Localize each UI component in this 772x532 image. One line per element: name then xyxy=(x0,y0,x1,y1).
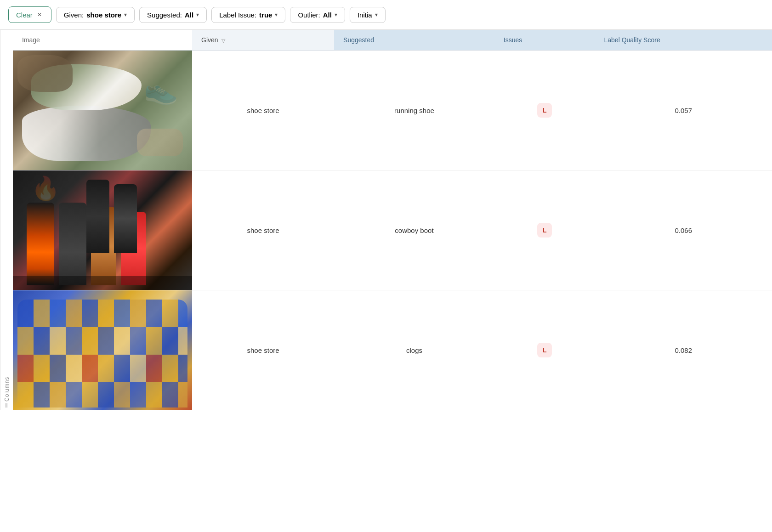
clear-label: Clear xyxy=(16,11,33,19)
score-cell: 0.082 xyxy=(595,290,772,410)
results-table: Image Given ▽ Suggested Issues Label Qua… xyxy=(13,30,772,410)
filter-suggested-label: Suggested: xyxy=(147,11,182,19)
filter-label-issue-label: Label Issue: xyxy=(219,11,256,19)
columns-sidebar-label: Columns xyxy=(4,377,10,402)
filter-outlier-value: All xyxy=(323,11,332,19)
table-row[interactable]: 👟 shoe storerunning shoeL0.057 xyxy=(13,51,772,170)
issue-badge: L xyxy=(537,103,552,118)
filter-outlier-label: Outlier: xyxy=(298,11,320,19)
issue-cell: L xyxy=(494,290,595,410)
table-row[interactable]: shoe storeclogsL0.082 xyxy=(13,290,772,410)
filter-outlier-button[interactable]: Outlier: All ▾ xyxy=(290,7,345,23)
columns-icon: ⫴ xyxy=(5,402,8,409)
clear-x-icon: ✕ xyxy=(35,11,44,19)
issue-cell: L xyxy=(494,51,595,170)
suggested-cell: cowboy boot xyxy=(334,170,494,290)
score-cell: 0.066 xyxy=(595,170,772,290)
filter-suggested-value: All xyxy=(185,11,193,19)
data-table-container: ⫴ Columns Image Given ▽ Suggested Issues… xyxy=(0,30,772,410)
table-header-row: Image Given ▽ Suggested Issues Label Qua… xyxy=(13,30,772,51)
chevron-down-icon-3: ▾ xyxy=(275,11,278,18)
issue-cell: L xyxy=(494,170,595,290)
issue-badge: L xyxy=(537,343,552,357)
table-row[interactable]: 🔥 shoe storecowboy bootL0.066 xyxy=(13,170,772,290)
given-label: Given xyxy=(201,36,218,44)
col-header-label-quality-score: Label Quality Score xyxy=(595,30,772,51)
suggested-cell: running shoe xyxy=(334,51,494,170)
filter-suggested-button[interactable]: Suggested: All ▾ xyxy=(139,7,207,23)
given-cell: shoe store xyxy=(192,51,334,170)
filter-initial-label: Initia xyxy=(358,11,372,19)
boots-image: 🔥 xyxy=(13,170,192,290)
col-header-image: Image xyxy=(13,30,192,51)
filter-icon: ▽ xyxy=(221,38,225,43)
given-cell: shoe store xyxy=(192,290,334,410)
col-header-issues: Issues xyxy=(494,30,595,51)
filter-initial-button[interactable]: Initia ▾ xyxy=(350,7,386,23)
given-cell: shoe store xyxy=(192,170,334,290)
issue-badge: L xyxy=(537,223,552,238)
suggested-cell: clogs xyxy=(334,290,494,410)
sneakers-image: 👟 xyxy=(13,51,192,170)
filter-given-value: shoe store xyxy=(86,11,121,19)
chevron-down-icon-2: ▾ xyxy=(196,11,199,18)
filter-label-issue-button[interactable]: Label Issue: true ▾ xyxy=(211,7,285,23)
chevron-down-icon: ▾ xyxy=(124,11,127,18)
clear-button[interactable]: Clear ✕ xyxy=(8,6,51,23)
filter-label-issue-value: true xyxy=(259,11,272,19)
chevron-down-icon-4: ▾ xyxy=(335,11,337,18)
clogs-image xyxy=(13,290,192,410)
chevron-down-icon-5: ▾ xyxy=(375,11,378,18)
col-header-given[interactable]: Given ▽ xyxy=(192,30,334,51)
toolbar: Clear ✕ Given: shoe store ▾ Suggested: A… xyxy=(0,0,772,30)
col-header-suggested: Suggested xyxy=(334,30,494,51)
filter-given-button[interactable]: Given: shoe store ▾ xyxy=(56,7,135,23)
columns-sidebar[interactable]: ⫴ Columns xyxy=(0,30,13,410)
image-cell: 🔥 xyxy=(13,170,192,290)
filter-given-label: Given: xyxy=(64,11,84,19)
image-cell xyxy=(13,290,192,410)
score-cell: 0.057 xyxy=(595,51,772,170)
image-cell: 👟 xyxy=(13,51,192,170)
